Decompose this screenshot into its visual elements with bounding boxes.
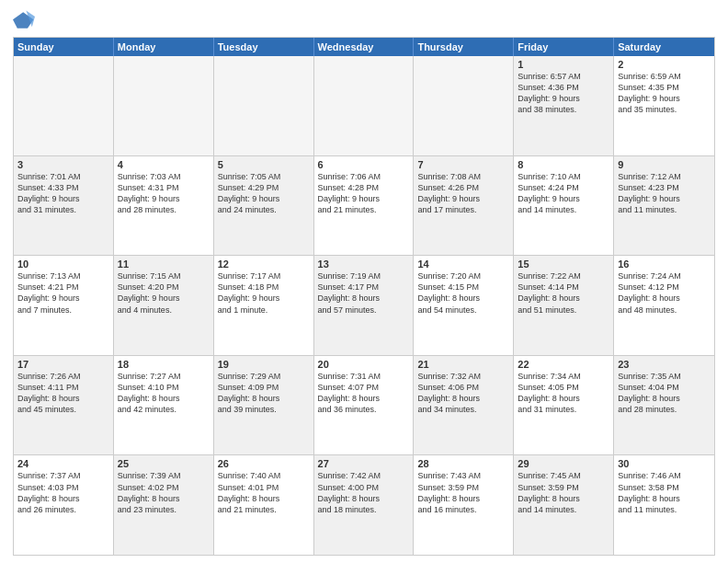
header-day-thursday: Thursday xyxy=(414,38,514,56)
cell-info: Sunrise: 7:01 AM Sunset: 4:33 PM Dayligh… xyxy=(17,171,109,216)
day-number: 19 xyxy=(218,359,310,370)
day-number: 17 xyxy=(17,359,109,370)
cell-info: Sunrise: 7:19 AM Sunset: 4:17 PM Dayligh… xyxy=(318,270,410,316)
day-number: 1 xyxy=(518,59,609,70)
calendar-row-4: 24Sunrise: 7:37 AM Sunset: 4:03 PM Dayli… xyxy=(14,454,714,555)
cell-info: Sunrise: 7:22 AM Sunset: 4:14 PM Dayligh… xyxy=(518,270,609,316)
calendar-cell-1-6: 9Sunrise: 7:12 AM Sunset: 4:23 PM Daylig… xyxy=(614,156,714,256)
day-number: 23 xyxy=(618,359,711,370)
calendar-cell-2-6: 16Sunrise: 7:24 AM Sunset: 4:12 PM Dayli… xyxy=(614,256,714,355)
day-number: 5 xyxy=(218,159,310,170)
calendar-cell-0-4 xyxy=(414,56,514,155)
day-number: 9 xyxy=(618,159,711,170)
day-number: 29 xyxy=(518,458,609,469)
day-number: 24 xyxy=(17,458,109,469)
day-number: 12 xyxy=(218,259,310,270)
day-number: 6 xyxy=(318,159,410,170)
cell-info: Sunrise: 7:10 AM Sunset: 4:24 PM Dayligh… xyxy=(518,171,609,216)
calendar-cell-0-0 xyxy=(14,56,114,155)
header-day-wednesday: Wednesday xyxy=(314,38,415,56)
day-number: 30 xyxy=(618,458,711,469)
calendar-cell-2-2: 12Sunrise: 7:17 AM Sunset: 4:18 PM Dayli… xyxy=(214,256,314,355)
calendar-cell-0-3 xyxy=(314,56,415,155)
calendar-cell-1-0: 3Sunrise: 7:01 AM Sunset: 4:33 PM Daylig… xyxy=(14,156,114,256)
calendar-row-3: 17Sunrise: 7:26 AM Sunset: 4:11 PM Dayli… xyxy=(14,355,714,455)
calendar-cell-1-1: 4Sunrise: 7:03 AM Sunset: 4:31 PM Daylig… xyxy=(114,156,214,256)
day-number: 21 xyxy=(417,359,509,370)
day-number: 13 xyxy=(318,259,410,270)
logo-icon xyxy=(13,9,35,31)
day-number: 4 xyxy=(118,159,210,170)
calendar-row-2: 10Sunrise: 7:13 AM Sunset: 4:21 PM Dayli… xyxy=(14,255,714,355)
calendar-cell-4-3: 27Sunrise: 7:42 AM Sunset: 4:00 PM Dayli… xyxy=(314,455,415,555)
calendar-cell-4-5: 29Sunrise: 7:45 AM Sunset: 3:59 PM Dayli… xyxy=(514,455,614,555)
cell-info: Sunrise: 7:17 AM Sunset: 4:18 PM Dayligh… xyxy=(218,270,310,316)
day-number: 15 xyxy=(518,259,609,270)
cell-info: Sunrise: 7:39 AM Sunset: 4:02 PM Dayligh… xyxy=(118,470,210,515)
calendar-cell-0-5: 1Sunrise: 6:57 AM Sunset: 4:36 PM Daylig… xyxy=(514,56,614,155)
cell-info: Sunrise: 7:27 AM Sunset: 4:10 PM Dayligh… xyxy=(118,371,210,416)
day-number: 28 xyxy=(417,458,509,469)
header-day-tuesday: Tuesday xyxy=(214,38,314,56)
calendar-cell-2-4: 14Sunrise: 7:20 AM Sunset: 4:15 PM Dayli… xyxy=(414,256,514,355)
logo xyxy=(13,9,39,31)
calendar-cell-1-4: 7Sunrise: 7:08 AM Sunset: 4:26 PM Daylig… xyxy=(414,156,514,256)
calendar-cell-4-6: 30Sunrise: 7:46 AM Sunset: 3:58 PM Dayli… xyxy=(614,455,714,555)
cell-info: Sunrise: 7:42 AM Sunset: 4:00 PM Dayligh… xyxy=(318,470,410,515)
cell-info: Sunrise: 7:34 AM Sunset: 4:05 PM Dayligh… xyxy=(518,371,609,416)
day-number: 20 xyxy=(318,359,410,370)
calendar-cell-3-4: 21Sunrise: 7:32 AM Sunset: 4:06 PM Dayli… xyxy=(414,356,514,455)
day-number: 22 xyxy=(518,359,609,370)
calendar-cell-0-1 xyxy=(114,56,214,155)
calendar-row-0: 1Sunrise: 6:57 AM Sunset: 4:36 PM Daylig… xyxy=(14,56,714,155)
cell-info: Sunrise: 7:29 AM Sunset: 4:09 PM Dayligh… xyxy=(218,371,310,416)
cell-info: Sunrise: 7:37 AM Sunset: 4:03 PM Dayligh… xyxy=(17,470,109,515)
day-number: 8 xyxy=(518,159,609,170)
page: SundayMondayTuesdayWednesdayThursdayFrid… xyxy=(0,0,728,563)
cell-info: Sunrise: 7:06 AM Sunset: 4:28 PM Dayligh… xyxy=(318,171,410,216)
cell-info: Sunrise: 7:03 AM Sunset: 4:31 PM Dayligh… xyxy=(118,171,210,216)
calendar-cell-3-1: 18Sunrise: 7:27 AM Sunset: 4:10 PM Dayli… xyxy=(114,356,214,455)
cell-info: Sunrise: 7:32 AM Sunset: 4:06 PM Dayligh… xyxy=(417,371,509,416)
calendar-cell-3-2: 19Sunrise: 7:29 AM Sunset: 4:09 PM Dayli… xyxy=(214,356,314,455)
cell-info: Sunrise: 6:57 AM Sunset: 4:36 PM Dayligh… xyxy=(518,71,609,116)
day-number: 10 xyxy=(17,259,109,270)
day-number: 7 xyxy=(417,159,509,170)
day-number: 18 xyxy=(118,359,210,370)
calendar-cell-0-2 xyxy=(214,56,314,155)
header-day-saturday: Saturday xyxy=(614,38,714,56)
day-number: 14 xyxy=(417,259,509,270)
calendar-cell-4-0: 24Sunrise: 7:37 AM Sunset: 4:03 PM Dayli… xyxy=(14,455,114,555)
calendar-cell-2-0: 10Sunrise: 7:13 AM Sunset: 4:21 PM Dayli… xyxy=(14,256,114,355)
calendar-cell-1-5: 8Sunrise: 7:10 AM Sunset: 4:24 PM Daylig… xyxy=(514,156,614,256)
cell-info: Sunrise: 7:13 AM Sunset: 4:21 PM Dayligh… xyxy=(17,270,109,316)
calendar-cell-3-0: 17Sunrise: 7:26 AM Sunset: 4:11 PM Dayli… xyxy=(14,356,114,455)
day-number: 27 xyxy=(318,458,410,469)
calendar-cell-3-3: 20Sunrise: 7:31 AM Sunset: 4:07 PM Dayli… xyxy=(314,356,415,455)
calendar-cell-3-6: 23Sunrise: 7:35 AM Sunset: 4:04 PM Dayli… xyxy=(614,356,714,455)
calendar-cell-2-5: 15Sunrise: 7:22 AM Sunset: 4:14 PM Dayli… xyxy=(514,256,614,355)
day-number: 3 xyxy=(17,159,109,170)
calendar-row-1: 3Sunrise: 7:01 AM Sunset: 4:33 PM Daylig… xyxy=(14,155,714,256)
day-number: 26 xyxy=(218,458,310,469)
cell-info: Sunrise: 7:31 AM Sunset: 4:07 PM Dayligh… xyxy=(318,371,410,416)
cell-info: Sunrise: 7:12 AM Sunset: 4:23 PM Dayligh… xyxy=(618,171,711,216)
calendar-header: SundayMondayTuesdayWednesdayThursdayFrid… xyxy=(14,38,714,56)
cell-info: Sunrise: 7:26 AM Sunset: 4:11 PM Dayligh… xyxy=(17,371,109,416)
cell-info: Sunrise: 7:40 AM Sunset: 4:01 PM Dayligh… xyxy=(218,470,310,515)
cell-info: Sunrise: 6:59 AM Sunset: 4:35 PM Dayligh… xyxy=(618,71,711,116)
calendar-cell-4-2: 26Sunrise: 7:40 AM Sunset: 4:01 PM Dayli… xyxy=(214,455,314,555)
cell-info: Sunrise: 7:46 AM Sunset: 3:58 PM Dayligh… xyxy=(618,470,711,515)
cell-info: Sunrise: 7:05 AM Sunset: 4:29 PM Dayligh… xyxy=(218,171,310,216)
calendar-cell-1-3: 6Sunrise: 7:06 AM Sunset: 4:28 PM Daylig… xyxy=(314,156,415,256)
calendar: SundayMondayTuesdayWednesdayThursdayFrid… xyxy=(13,37,715,556)
cell-info: Sunrise: 7:35 AM Sunset: 4:04 PM Dayligh… xyxy=(618,371,711,416)
day-number: 25 xyxy=(118,458,210,469)
cell-info: Sunrise: 7:15 AM Sunset: 4:20 PM Dayligh… xyxy=(118,270,210,316)
calendar-cell-4-1: 25Sunrise: 7:39 AM Sunset: 4:02 PM Dayli… xyxy=(114,455,214,555)
header-day-sunday: Sunday xyxy=(14,38,114,56)
calendar-cell-4-4: 28Sunrise: 7:43 AM Sunset: 3:59 PM Dayli… xyxy=(414,455,514,555)
cell-info: Sunrise: 7:24 AM Sunset: 4:12 PM Dayligh… xyxy=(618,270,711,316)
day-number: 16 xyxy=(618,259,711,270)
calendar-body: 1Sunrise: 6:57 AM Sunset: 4:36 PM Daylig… xyxy=(14,56,714,555)
